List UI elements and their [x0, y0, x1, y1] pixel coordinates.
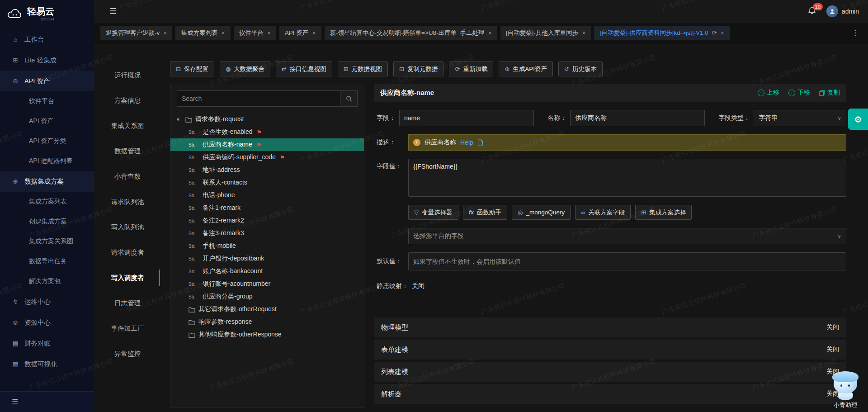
field-value-textarea[interactable]: {{FShortName}} — [408, 159, 846, 197]
sidebar-item-resource-center[interactable]: ⊚资源中心 — [0, 312, 94, 333]
sidebar-item-software-platform[interactable]: 软件平台 — [0, 91, 94, 111]
section-physical-model[interactable]: 物理模型 关闭 — [374, 317, 846, 337]
section-toggle[interactable]: 关闭 — [826, 323, 839, 331]
tree-node-other-response[interactable]: 其他响应参数-otherResponse — [170, 328, 364, 341]
section-form-modeling[interactable]: 表单建模 关闭 — [374, 340, 846, 360]
tree-field-supplier-code[interactable]: Str.供应商编码-supplier_code⚑ — [170, 151, 364, 164]
tab-item[interactable]: 集成方案列表× — [175, 26, 230, 40]
search-input[interactable] — [177, 90, 340, 107]
toolbar-bigdata-aggregate-button[interactable]: ◍大数据聚合 — [220, 62, 270, 76]
move-up-button[interactable]: ↑上移 — [758, 89, 779, 97]
tree-field-name-selected[interactable]: Str.供应商名称-name⚑ — [170, 138, 364, 151]
help-link[interactable]: Help — [460, 139, 473, 146]
scheme-nav-relation-graph[interactable]: 集成关系图 — [94, 113, 161, 138]
sidebar-item-api-asset-categories[interactable]: API 资产分类 — [0, 131, 94, 151]
sidebar-item-data-visualization[interactable]: ▦数据可视化 — [0, 354, 94, 374]
scheme-nav-write-scheduler[interactable]: 写入调度者 — [94, 265, 161, 290]
assistant-mascot[interactable]: 小青助理 — [834, 373, 857, 409]
scheme-nav-event-factory[interactable]: 事件加工厂 — [94, 316, 161, 341]
brand-logo[interactable]: 轻易云 QCloud — [0, 0, 94, 28]
tree-field-phone[interactable]: Str.电话-phone — [170, 189, 364, 202]
tab-item[interactable]: 退换管理客户退款-v× — [100, 26, 172, 40]
source-field-select[interactable]: 选择源平台的字段 ∨ — [408, 228, 846, 244]
tree-node-request-params[interactable]: ▾ 请求参数-request — [170, 113, 364, 126]
sidebar-item-data-export-tasks[interactable]: 数据导出任务 — [0, 251, 94, 271]
move-down-button[interactable]: ↓下移 — [788, 89, 810, 97]
caret-down-icon[interactable]: ▾ — [177, 116, 182, 123]
tree-field-acountnumber[interactable]: Str.银行账号-acountnumber — [170, 278, 364, 290]
mongo-query-button[interactable]: ◎_mongoQuery — [512, 205, 571, 220]
variable-selector-button[interactable]: ▽变量选择器 — [408, 205, 458, 220]
scheme-nav-write-queue[interactable]: 写入队列池 — [94, 214, 161, 240]
toolbar-interface-info-view-button[interactable]: ⇄接口信息视图 — [276, 62, 332, 76]
toolbar-reload-button[interactable]: ⟳重新加载 — [449, 62, 493, 76]
close-icon[interactable]: × — [221, 29, 225, 37]
section-parser[interactable]: 解析器 关闭 — [374, 384, 846, 404]
toolbar-metadata-view-button[interactable]: ⊞元数据视图 — [338, 62, 388, 76]
sidebar-item-workbench[interactable]: ⌂工作台 — [0, 29, 94, 50]
toolbar-copy-metadata-button[interactable]: ⊡复制元数据 — [393, 62, 443, 76]
tree-node-response[interactable]: 响应参数-response — [170, 316, 364, 328]
toolbar-generate-api-asset-button[interactable]: ⊕生成API资产 — [499, 62, 553, 76]
close-icon[interactable]: × — [267, 29, 271, 37]
toolbar-history-version-button[interactable]: ↺历史版本 — [558, 62, 603, 76]
more-options-icon[interactable]: ⋮ — [849, 28, 862, 38]
tree-field-address[interactable]: Str.地址-address — [170, 164, 364, 176]
copy-button[interactable]: 复制 — [819, 89, 840, 97]
tree-field-enabled[interactable]: Str.是否生效-enabled⚑ — [170, 126, 364, 138]
tab-item[interactable]: 新-领星结算中心-交易明细-赔偿单=>U8-出库单_手工处理× — [325, 26, 497, 40]
sidebar-item-api-adapter-list[interactable]: API 适配器列表 — [0, 151, 94, 171]
sidebar-item-ops-center[interactable]: ↯运维中心 — [0, 291, 94, 312]
sidebar-item-integration-graph[interactable]: 集成方案关系图 — [0, 232, 94, 251]
scheme-nav-xiaoqing-query[interactable]: 小青查数 — [94, 164, 161, 189]
scheme-nav-data-management[interactable]: 数据管理 — [94, 138, 161, 164]
close-icon[interactable]: × — [488, 29, 492, 37]
settings-fab-button[interactable]: ⚙ — [848, 109, 868, 130]
tab-item[interactable]: API 资产× — [279, 26, 321, 40]
document-icon[interactable] — [477, 139, 483, 146]
tab-item-active[interactable]: [自动爱梨]-供应商资料同步[kd->jst]-V1.0⟳× — [594, 26, 730, 40]
search-button[interactable] — [340, 90, 358, 107]
tree-field-bankacount[interactable]: Str.账户名称-bankacount — [170, 265, 364, 278]
scheme-nav-scheme-info[interactable]: 方案信息 — [94, 88, 161, 113]
toolbar-save-config-button[interactable]: ⊟保存配置 — [170, 62, 214, 76]
collapse-menu-icon[interactable]: ☰ — [109, 6, 117, 16]
function-helper-button[interactable]: fx函数助手 — [463, 205, 508, 220]
relate-scheme-field-button[interactable]: ∞关联方案字段 — [575, 205, 631, 220]
tree-field-contacts[interactable]: Str.联系人-contacts — [170, 176, 364, 189]
field-input[interactable] — [399, 110, 534, 126]
close-icon[interactable]: × — [721, 29, 724, 37]
scheme-nav-exception-monitor[interactable]: 异常监控 — [94, 341, 161, 366]
close-icon[interactable]: × — [163, 29, 167, 37]
sidebar-group-data-integration[interactable]: ⊕数据集成方案 — [0, 171, 94, 192]
sidebar-collapse-button[interactable]: ☰ — [0, 391, 94, 412]
tree-field-depositbank[interactable]: Str.开户银行-depositbank — [170, 252, 364, 265]
sidebar-item-solution-package[interactable]: 解决方案包 — [0, 271, 94, 291]
sidebar-item-create-integration[interactable]: 创建集成方案 — [0, 212, 94, 232]
tree-field-mobile[interactable]: Str.手机-mobile — [170, 240, 364, 252]
close-icon[interactable]: × — [312, 29, 316, 37]
tree-node-other-request[interactable]: 其它请求参数-otherRequest — [170, 303, 364, 316]
section-list-modeling[interactable]: 列表建模 关闭 — [374, 362, 846, 382]
field-type-select[interactable]: 字符串 ∨ — [754, 110, 846, 126]
sidebar-item-api-assets[interactable]: API 资产 — [0, 111, 94, 131]
scheme-nav-request-queue[interactable]: 请求队列池 — [94, 189, 161, 214]
tree-field-group[interactable]: Str.供应商分类-group — [170, 290, 364, 303]
scheme-nav-run-overview[interactable]: 运行概况 — [94, 62, 161, 88]
scheme-nav-request-scheduler[interactable]: 请求调度者 — [94, 240, 161, 265]
tab-item[interactable]: [自动爱梨]-其他入库单同步× — [500, 26, 591, 40]
static-mapping-value[interactable]: 关闭 — [412, 282, 425, 290]
sidebar-item-finance-reconciliation[interactable]: ▤财务对账 — [0, 333, 94, 354]
tree-field-remark[interactable]: Str.备注1-remark — [170, 202, 364, 214]
tab-item[interactable]: 软件平台× — [234, 26, 276, 40]
section-toggle[interactable]: 关闭 — [826, 346, 839, 354]
default-value-input[interactable] — [408, 252, 846, 270]
close-icon[interactable]: × — [582, 29, 585, 37]
tree-field-remark3[interactable]: Str.备注3-remark3 — [170, 227, 364, 240]
sidebar-group-api-assets[interactable]: ⊘API 资产 — [0, 71, 94, 91]
sidebar-item-integration-list[interactable]: 集成方案列表 — [0, 192, 94, 212]
refresh-icon[interactable]: ⟳ — [712, 29, 717, 36]
name-input[interactable] — [570, 110, 705, 126]
notifications-button[interactable]: 10 — [807, 6, 817, 16]
sidebar-item-lite-integration[interactable]: ⊞Lite 轻集成 — [0, 50, 94, 71]
